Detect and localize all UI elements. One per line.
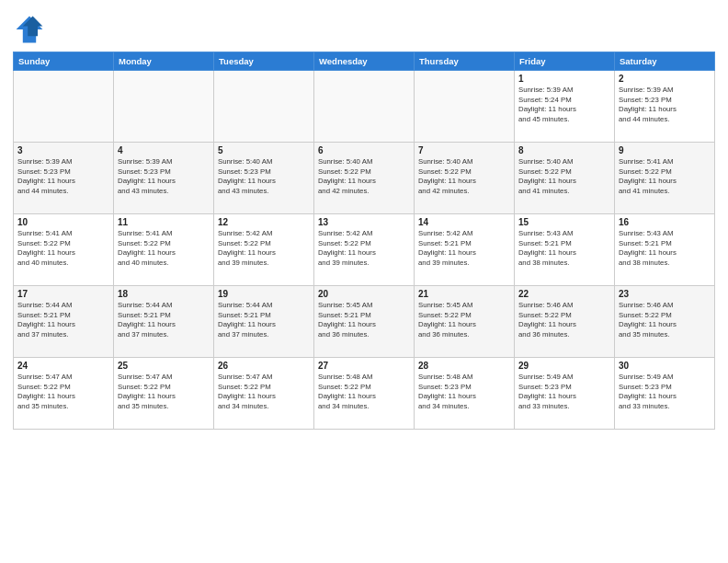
calendar-header-monday: Monday [114,52,214,71]
day-number: 27 [318,361,410,371]
calendar-cell: 19Sunrise: 5:44 AM Sunset: 5:21 PM Dayli… [214,286,314,358]
day-info: Sunrise: 5:39 AM Sunset: 5:23 PM Dayligh… [17,157,109,196]
day-number: 19 [218,289,310,299]
day-number: 11 [118,217,210,227]
day-info: Sunrise: 5:46 AM Sunset: 5:22 PM Dayligh… [619,301,711,339]
day-info: Sunrise: 5:42 AM Sunset: 5:22 PM Dayligh… [218,229,310,268]
day-number: 23 [619,289,711,299]
day-number: 9 [619,145,711,155]
day-info: Sunrise: 5:39 AM Sunset: 5:23 PM Dayligh… [118,157,210,196]
calendar-cell: 26Sunrise: 5:47 AM Sunset: 5:22 PM Dayli… [214,358,314,430]
day-info: Sunrise: 5:45 AM Sunset: 5:22 PM Dayligh… [418,301,510,339]
calendar-cell: 9Sunrise: 5:41 AM Sunset: 5:22 PM Daylig… [615,143,715,214]
calendar-cell: 5Sunrise: 5:40 AM Sunset: 5:23 PM Daylig… [214,143,314,214]
day-info: Sunrise: 5:49 AM Sunset: 5:23 PM Dayligh… [518,373,610,411]
day-number: 20 [318,289,410,299]
calendar-cell [14,71,114,143]
day-info: Sunrise: 5:39 AM Sunset: 5:24 PM Dayligh… [518,86,610,124]
calendar-cell: 12Sunrise: 5:42 AM Sunset: 5:22 PM Dayli… [214,214,314,286]
day-number: 22 [518,289,610,299]
day-info: Sunrise: 5:45 AM Sunset: 5:21 PM Dayligh… [318,301,410,339]
calendar-cell: 17Sunrise: 5:44 AM Sunset: 5:21 PM Dayli… [14,286,114,358]
day-number: 5 [218,145,310,155]
day-info: Sunrise: 5:41 AM Sunset: 5:22 PM Dayligh… [619,157,711,196]
day-info: Sunrise: 5:43 AM Sunset: 5:21 PM Dayligh… [518,229,610,268]
calendar-cell: 29Sunrise: 5:49 AM Sunset: 5:23 PM Dayli… [515,358,615,430]
calendar-table: SundayMondayTuesdayWednesdayThursdayFrid… [13,52,715,430]
day-number: 8 [518,145,610,155]
calendar-cell: 3Sunrise: 5:39 AM Sunset: 5:23 PM Daylig… [14,143,114,214]
calendar-cell: 11Sunrise: 5:41 AM Sunset: 5:22 PM Dayli… [114,214,214,286]
day-number: 17 [17,289,109,299]
day-number: 26 [218,361,310,371]
day-info: Sunrise: 5:42 AM Sunset: 5:21 PM Dayligh… [418,229,510,268]
day-info: Sunrise: 5:47 AM Sunset: 5:22 PM Dayligh… [118,373,210,411]
day-number: 28 [418,361,510,371]
calendar-cell: 7Sunrise: 5:40 AM Sunset: 5:22 PM Daylig… [415,143,515,214]
calendar-header-thursday: Thursday [415,52,515,71]
day-info: Sunrise: 5:40 AM Sunset: 5:22 PM Dayligh… [318,157,410,196]
day-number: 18 [118,289,210,299]
calendar-week-2: 3Sunrise: 5:39 AM Sunset: 5:23 PM Daylig… [14,143,715,214]
day-number: 7 [418,145,510,155]
day-number: 4 [118,145,210,155]
day-info: Sunrise: 5:41 AM Sunset: 5:22 PM Dayligh… [17,229,109,268]
day-info: Sunrise: 5:40 AM Sunset: 5:23 PM Dayligh… [218,157,310,196]
day-number: 6 [318,145,410,155]
calendar-cell: 27Sunrise: 5:48 AM Sunset: 5:22 PM Dayli… [314,358,415,430]
page-container: SundayMondayTuesdayWednesdayThursdayFrid… [0,0,728,563]
day-number: 13 [318,217,410,227]
day-number: 1 [518,74,610,84]
calendar-cell: 4Sunrise: 5:39 AM Sunset: 5:23 PM Daylig… [114,143,214,214]
day-info: Sunrise: 5:44 AM Sunset: 5:21 PM Dayligh… [118,301,210,339]
day-info: Sunrise: 5:49 AM Sunset: 5:23 PM Dayligh… [619,373,711,411]
calendar-cell: 25Sunrise: 5:47 AM Sunset: 5:22 PM Dayli… [114,358,214,430]
day-info: Sunrise: 5:44 AM Sunset: 5:21 PM Dayligh… [17,301,109,339]
calendar-cell: 13Sunrise: 5:42 AM Sunset: 5:22 PM Dayli… [314,214,415,286]
day-info: Sunrise: 5:48 AM Sunset: 5:23 PM Dayligh… [418,373,510,411]
calendar-cell [214,71,314,143]
calendar-cell: 18Sunrise: 5:44 AM Sunset: 5:21 PM Dayli… [114,286,214,358]
day-info: Sunrise: 5:40 AM Sunset: 5:22 PM Dayligh… [418,157,510,196]
calendar-cell: 14Sunrise: 5:42 AM Sunset: 5:21 PM Dayli… [415,214,515,286]
day-info: Sunrise: 5:47 AM Sunset: 5:22 PM Dayligh… [218,373,310,411]
day-number: 10 [17,217,109,227]
day-number: 3 [17,145,109,155]
calendar-cell: 23Sunrise: 5:46 AM Sunset: 5:22 PM Dayli… [615,286,715,358]
calendar-cell [314,71,415,143]
calendar-cell: 10Sunrise: 5:41 AM Sunset: 5:22 PM Dayli… [14,214,114,286]
calendar-week-1: 1Sunrise: 5:39 AM Sunset: 5:24 PM Daylig… [14,71,715,143]
day-number: 29 [518,361,610,371]
day-number: 24 [17,361,109,371]
calendar-cell: 20Sunrise: 5:45 AM Sunset: 5:21 PM Dayli… [314,286,415,358]
calendar-header-tuesday: Tuesday [214,52,314,71]
day-info: Sunrise: 5:43 AM Sunset: 5:21 PM Dayligh… [619,229,711,268]
calendar-cell: 1Sunrise: 5:39 AM Sunset: 5:24 PM Daylig… [515,71,615,143]
day-info: Sunrise: 5:39 AM Sunset: 5:23 PM Dayligh… [619,86,711,124]
calendar-header-saturday: Saturday [615,52,715,71]
day-number: 2 [619,74,711,84]
calendar-cell: 2Sunrise: 5:39 AM Sunset: 5:23 PM Daylig… [615,71,715,143]
calendar-cell: 16Sunrise: 5:43 AM Sunset: 5:21 PM Dayli… [615,214,715,286]
day-info: Sunrise: 5:42 AM Sunset: 5:22 PM Dayligh… [318,229,410,268]
day-number: 21 [418,289,510,299]
page-header [13,9,715,46]
calendar-cell [114,71,214,143]
day-number: 25 [118,361,210,371]
day-number: 15 [518,217,610,227]
day-info: Sunrise: 5:40 AM Sunset: 5:22 PM Dayligh… [518,157,610,196]
calendar-cell: 24Sunrise: 5:47 AM Sunset: 5:22 PM Dayli… [14,358,114,430]
calendar-cell: 28Sunrise: 5:48 AM Sunset: 5:23 PM Dayli… [415,358,515,430]
calendar-cell: 6Sunrise: 5:40 AM Sunset: 5:22 PM Daylig… [314,143,415,214]
calendar-header-friday: Friday [515,52,615,71]
calendar-cell: 15Sunrise: 5:43 AM Sunset: 5:21 PM Dayli… [515,214,615,286]
calendar-header-sunday: Sunday [14,52,114,71]
day-number: 14 [418,217,510,227]
day-info: Sunrise: 5:44 AM Sunset: 5:21 PM Dayligh… [218,301,310,339]
day-number: 16 [619,217,711,227]
calendar-week-5: 24Sunrise: 5:47 AM Sunset: 5:22 PM Dayli… [14,358,715,430]
calendar-week-4: 17Sunrise: 5:44 AM Sunset: 5:21 PM Dayli… [14,286,715,358]
calendar-cell: 8Sunrise: 5:40 AM Sunset: 5:22 PM Daylig… [515,143,615,214]
calendar-week-3: 10Sunrise: 5:41 AM Sunset: 5:22 PM Dayli… [14,214,715,286]
calendar-cell: 21Sunrise: 5:45 AM Sunset: 5:22 PM Dayli… [415,286,515,358]
